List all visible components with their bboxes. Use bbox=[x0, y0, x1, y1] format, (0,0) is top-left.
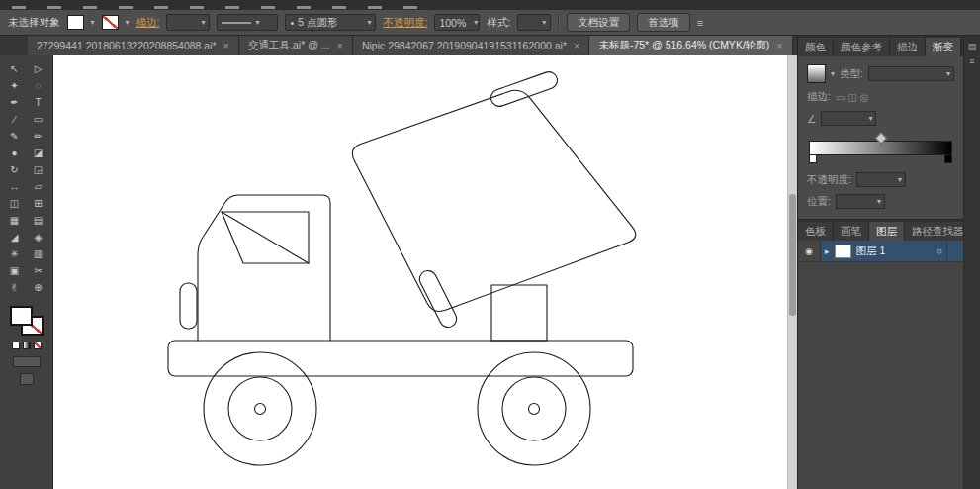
drawing-mode-button[interactable] bbox=[13, 356, 41, 367]
line-segment-tool[interactable]: ∕ bbox=[3, 111, 27, 128]
symbol-sprayer-tool[interactable]: ✳ bbox=[3, 245, 27, 262]
drum-support[interactable] bbox=[491, 285, 547, 341]
close-icon[interactable]: × bbox=[574, 40, 579, 51]
fill-indicator-swatch[interactable] bbox=[10, 306, 33, 326]
blend-tool[interactable]: ◈ bbox=[27, 229, 50, 245]
layer-selection-cell[interactable] bbox=[946, 241, 963, 261]
layer-row-body[interactable]: ▸图层 1○ bbox=[821, 241, 946, 261]
eraser-tool[interactable]: ◪ bbox=[27, 145, 50, 161]
mixer-drum[interactable] bbox=[352, 90, 635, 311]
style-dropdown[interactable]: ▾ bbox=[517, 14, 551, 31]
panel-tab[interactable]: 图层 bbox=[869, 222, 905, 241]
pencil-tool[interactable]: ✏ bbox=[27, 128, 50, 145]
opacity-panel-link[interactable]: 不透明度: bbox=[383, 16, 427, 30]
cab-window-diagonal[interactable] bbox=[222, 212, 309, 263]
mixer-truck-drawing[interactable] bbox=[53, 55, 797, 489]
close-icon[interactable]: × bbox=[776, 40, 782, 51]
gradient-position-dropdown[interactable]: ▾ bbox=[836, 194, 885, 209]
visibility-eye-icon[interactable]: ◉ bbox=[798, 241, 821, 261]
mesh-tool[interactable]: ▦ bbox=[3, 212, 27, 229]
front-wheel[interactable] bbox=[204, 352, 316, 465]
close-icon[interactable]: × bbox=[336, 40, 342, 51]
scale-tool[interactable]: ◲ bbox=[27, 161, 50, 178]
fill-caret-icon[interactable]: ▾ bbox=[91, 19, 95, 27]
layer-thumbnail[interactable] bbox=[835, 244, 851, 258]
stroke-color-swatch[interactable] bbox=[102, 15, 119, 30]
drum-chute[interactable] bbox=[416, 268, 459, 331]
close-icon[interactable]: × bbox=[223, 40, 229, 51]
panel-tab[interactable]: 画笔 bbox=[834, 222, 869, 241]
paintbrush-tool[interactable]: ✎ bbox=[3, 128, 27, 145]
fill-color-swatch[interactable] bbox=[67, 15, 84, 30]
preferences-button[interactable]: 首选项 bbox=[637, 13, 690, 32]
zoom-tool[interactable]: ⊕ bbox=[27, 279, 50, 296]
document-tab[interactable]: 27299441 20180613220208854088.ai*× bbox=[28, 36, 239, 55]
stroke-caret-icon[interactable]: ▾ bbox=[126, 19, 130, 27]
angle-icon: ∠ bbox=[807, 113, 816, 125]
pen-tool[interactable]: ✒ bbox=[3, 94, 27, 111]
layer-target-icon[interactable]: ○ bbox=[937, 246, 942, 256]
gradient-stop-start[interactable] bbox=[809, 154, 817, 163]
stroke-weight-dropdown[interactable]: ▾ bbox=[166, 14, 210, 31]
none-button[interactable] bbox=[34, 342, 42, 349]
brush-definition-dropdown[interactable]: • 5 点圆形 ▾ bbox=[285, 14, 376, 31]
gradient-bar[interactable] bbox=[809, 141, 952, 155]
gradient-opacity-label: 不透明度: bbox=[807, 173, 851, 187]
opacity-dropdown[interactable]: 100% ▾ bbox=[434, 14, 480, 31]
slice-tool[interactable]: ✂ bbox=[27, 262, 50, 279]
gradient-opacity-dropdown[interactable]: ▾ bbox=[856, 172, 906, 187]
document-setup-button[interactable]: 文档设置 bbox=[567, 13, 630, 32]
document-tab[interactable]: Nipic 29842067 20190904191531162000.ai*× bbox=[353, 36, 590, 55]
gradient-stroke-type-icons[interactable]: ▭◫◎ bbox=[836, 92, 872, 103]
shape-builder-tool[interactable]: ◫ bbox=[3, 195, 27, 212]
color-button[interactable] bbox=[12, 342, 20, 349]
gradient-tool[interactable]: ▤ bbox=[27, 212, 50, 229]
lasso-tool[interactable]: ◌ bbox=[27, 77, 50, 94]
gradient-swatch-caret-icon[interactable]: ▾ bbox=[831, 70, 835, 78]
panel-tab[interactable]: 颜色参考 bbox=[834, 38, 890, 56]
gradient-stop-end[interactable] bbox=[944, 154, 952, 163]
gradient-midpoint-handle[interactable] bbox=[874, 132, 887, 145]
disclosure-icon[interactable]: ▸ bbox=[825, 246, 830, 256]
document-tab[interactable]: 交通工具.ai* @ ...× bbox=[239, 36, 353, 55]
type-tool[interactable]: T bbox=[27, 94, 50, 111]
panel-tab[interactable]: 颜色 bbox=[798, 38, 834, 56]
collapse-panels-icon[interactable]: ▤ bbox=[968, 42, 977, 51]
truck-cab[interactable] bbox=[198, 195, 330, 341]
document-tab[interactable]: 未标题-75* @ 516.64% (CMYK/轮廓)× bbox=[589, 36, 792, 55]
gradient-button[interactable] bbox=[23, 342, 31, 349]
blob-brush-tool[interactable]: ● bbox=[3, 145, 27, 161]
perspective-grid-tool[interactable]: ⊞ bbox=[27, 195, 50, 212]
rectangle-tool[interactable]: ▭ bbox=[27, 111, 50, 128]
rear-wheel[interactable] bbox=[478, 352, 590, 465]
gradient-swatch-thumbnail[interactable] bbox=[807, 64, 826, 83]
variable-width-profile-dropdown[interactable]: ▾ bbox=[217, 14, 278, 31]
layer-row[interactable]: ◉▸图层 1○ bbox=[798, 241, 963, 262]
dock-menu-icon[interactable]: ≡ bbox=[969, 56, 974, 66]
control-panel-menu-icon[interactable]: ≡ bbox=[697, 17, 703, 29]
panel-tab[interactable]: 渐变 bbox=[926, 38, 961, 56]
artboard-tool[interactable]: ▣ bbox=[3, 262, 27, 279]
document-canvas[interactable] bbox=[53, 55, 797, 489]
eyedropper-tool[interactable]: ◢ bbox=[3, 229, 27, 245]
hand-tool[interactable]: ✌ bbox=[3, 279, 27, 296]
panel-tab[interactable]: 描边 bbox=[890, 38, 926, 56]
free-transform-tool[interactable]: ▱ bbox=[27, 178, 50, 195]
drum-top-collar[interactable] bbox=[489, 69, 560, 108]
panel-tab[interactable]: 路径查找器 bbox=[905, 222, 972, 241]
width-tool[interactable]: ↔ bbox=[3, 178, 27, 195]
truck-chassis[interactable] bbox=[168, 341, 633, 376]
direct-selection-tool[interactable]: ▷ bbox=[27, 60, 50, 77]
panel-tab[interactable]: 色板 bbox=[798, 222, 834, 241]
selection-tool[interactable]: ↖ bbox=[3, 60, 27, 77]
magic-wand-tool[interactable]: ✦ bbox=[3, 77, 27, 94]
gradient-angle-dropdown[interactable]: ▾ bbox=[821, 111, 876, 126]
vertical-scrollbar[interactable] bbox=[787, 55, 797, 489]
gradient-type-dropdown[interactable]: ▾ bbox=[868, 66, 954, 81]
stroke-panel-link[interactable]: 描边: bbox=[136, 16, 160, 30]
truck-bumper[interactable] bbox=[180, 283, 197, 329]
screen-mode-button[interactable] bbox=[20, 373, 34, 385]
scrollbar-thumb[interactable] bbox=[789, 194, 796, 316]
column-graph-tool[interactable]: ▥ bbox=[27, 245, 50, 262]
rotate-tool[interactable]: ↻ bbox=[3, 161, 27, 178]
